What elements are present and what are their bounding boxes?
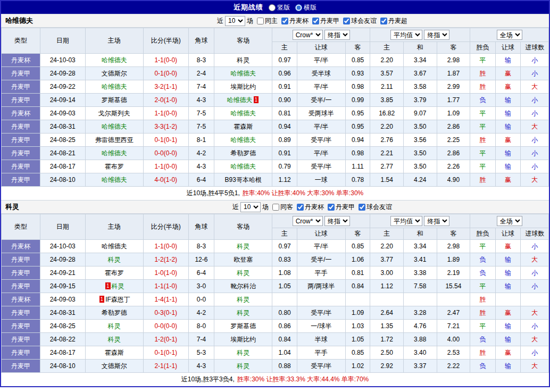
team-name-link[interactable]: 哈维德夫 xyxy=(230,110,256,117)
team-name-link[interactable]: 哈维德夫 xyxy=(230,70,256,77)
league-checkbox[interactable] xyxy=(297,204,304,211)
odds-cell: 4.24 xyxy=(403,173,437,187)
odds-cell: 1.05 xyxy=(345,333,370,346)
final-odds-select[interactable]: 终指 xyxy=(324,30,350,40)
team-name-link[interactable]: 哈维德夫 xyxy=(102,243,127,250)
team-name-link[interactable]: 科灵 xyxy=(108,256,121,263)
odds-cell: 两/两球半 xyxy=(297,280,345,293)
team-name-link[interactable]: 哈维德夫 xyxy=(102,123,127,130)
final-odds-select[interactable]: 终指 xyxy=(424,30,449,40)
score-cell: 1-4(1-1) xyxy=(143,293,188,306)
league-filter-danish-super[interactable]: 丹麦超 xyxy=(380,16,407,26)
team-name-link[interactable]: 埃斯比约 xyxy=(230,83,256,90)
same-venue-checkbox[interactable] xyxy=(257,18,264,24)
team-name-link[interactable]: 埃斯比约 xyxy=(230,336,256,343)
match-date-cell: 24-08-31 xyxy=(40,306,85,320)
match-count-select[interactable]: 10 xyxy=(225,16,245,26)
league-checkbox[interactable] xyxy=(359,204,365,211)
league-filter-danish-cup[interactable]: 丹麦杯 xyxy=(281,16,309,26)
team-name-link[interactable]: 哈维德夫 xyxy=(102,149,127,157)
fulltime-select[interactable]: 全场 xyxy=(497,216,522,226)
league-checkbox[interactable] xyxy=(328,204,335,211)
final-odds-select[interactable]: 终指 xyxy=(324,216,350,226)
layout-horizontal-radio[interactable] xyxy=(295,4,302,11)
team-name-link[interactable]: 欧登塞 xyxy=(234,256,253,263)
match-row: 丹麦甲24-08-10哈维德夫4-0(1-0)6-4B93哥本哈根1.12一球0… xyxy=(2,173,549,187)
team-name-link[interactable]: 戈尔斯列夫 xyxy=(98,110,130,117)
odds-cell: 受半/一 xyxy=(297,94,345,107)
odds-cell: 1.35 xyxy=(370,320,404,333)
team-name-link[interactable]: 霍布罗 xyxy=(105,163,124,170)
team-name-link[interactable]: 希勒罗德 xyxy=(230,149,256,157)
away-team-cell: 哈维德夫 xyxy=(214,107,272,120)
team-name-link[interactable]: 科灵 xyxy=(237,243,249,250)
result-cell: 输 xyxy=(495,94,521,107)
bookmaker-select[interactable]: Crow* xyxy=(293,30,323,40)
team-name-link[interactable]: 霍森斯 xyxy=(234,123,253,130)
league-filter-danish-1st[interactable]: 丹麦甲 xyxy=(312,16,339,26)
team-name-link[interactable]: 科灵 xyxy=(237,349,249,356)
team-name-link[interactable]: 罗斯基德 xyxy=(230,322,256,330)
team-name-link[interactable]: 哈维德夫 xyxy=(102,83,127,90)
team-name-link[interactable]: 罗斯基德 xyxy=(102,96,127,104)
odds-cell: 2.98 xyxy=(437,54,470,67)
bookmaker-select[interactable]: Crow* xyxy=(293,216,323,226)
team-name-link[interactable]: 哈维德夫 xyxy=(102,56,127,64)
league-checkbox[interactable] xyxy=(380,18,387,24)
team-name-link[interactable]: 科灵 xyxy=(108,336,121,343)
match-date-cell: 24-09-28 xyxy=(40,67,85,80)
same-venue-checkbox[interactable] xyxy=(272,204,279,211)
team-name-link[interactable]: 靴尔科治 xyxy=(230,282,256,290)
final-odds-select[interactable]: 终指 xyxy=(424,216,449,226)
team-name-link[interactable]: 哈维德夫 xyxy=(230,163,256,170)
league-filter-danish-1st[interactable]: 丹麦甲 xyxy=(328,203,355,212)
fulltime-select[interactable]: 全场 xyxy=(497,30,522,40)
odds-cell: 2.77 xyxy=(370,160,404,173)
layout-vertical-option[interactable]: 竖版 xyxy=(269,3,290,12)
team-name-link[interactable]: 霍森斯 xyxy=(105,349,124,356)
league-type-cell: 丹麦甲 xyxy=(2,280,40,293)
team-name-link[interactable]: 文德斯尔 xyxy=(102,362,127,370)
league-checkbox[interactable] xyxy=(281,18,288,24)
league-filter-club-friendly[interactable]: 球会友谊 xyxy=(359,203,392,212)
same-venue-filter[interactable]: 同客 xyxy=(272,203,293,212)
match-date-cell: 24-08-31 xyxy=(40,120,85,134)
result-cell: 输 xyxy=(495,147,521,160)
match-row: 丹麦甲24-09-22哈维德夫3-2(1-1)7-4埃斯比约0.91平/半0.9… xyxy=(2,80,549,94)
team-name-link[interactable]: 科灵 xyxy=(108,322,121,330)
team-name-link[interactable]: 哈维德夫 xyxy=(102,176,127,184)
league-type-cell: 丹麦杯 xyxy=(2,107,40,120)
match-date-cell: 24-09-14 xyxy=(40,94,85,107)
odds-cell: 3.50 xyxy=(403,147,437,160)
team-name-link[interactable]: 科灵 xyxy=(237,362,249,370)
layout-vertical-radio[interactable] xyxy=(269,4,276,11)
league-checkbox[interactable] xyxy=(312,18,319,24)
same-venue-filter[interactable]: 同主 xyxy=(257,16,278,26)
team-name-link[interactable]: 科灵 xyxy=(237,296,249,303)
layout-horizontal-option[interactable]: 横版 xyxy=(295,3,316,12)
corner-cell: 8-1 xyxy=(188,134,214,147)
team-name-link[interactable]: B93哥本哈根 xyxy=(225,176,262,184)
team-name-link[interactable]: IF森恩丁 xyxy=(105,296,130,303)
league-filter-danish-cup[interactable]: 丹麦杯 xyxy=(297,203,324,212)
average-odds-select[interactable]: 平均值 xyxy=(390,30,422,40)
team-name-link[interactable]: 科灵 xyxy=(112,282,124,290)
average-odds-select[interactable]: 平均值 xyxy=(390,216,422,226)
away-team-cell: 罗斯基德 xyxy=(214,320,272,333)
team-name-link[interactable]: 霍布罗 xyxy=(105,269,124,277)
fulltime-header: 全场 xyxy=(470,214,549,228)
league-filter-club-friendly[interactable]: 球会友谊 xyxy=(343,16,377,26)
team-name-link[interactable]: 科灵 xyxy=(237,269,249,277)
match-date-cell: 24-08-17 xyxy=(40,160,85,173)
team-name-link[interactable]: 希勒罗德 xyxy=(102,309,127,316)
team-name-link[interactable]: 科灵 xyxy=(237,309,249,316)
red-card-badge: 1 xyxy=(105,282,111,289)
team-name-link[interactable]: 文德斯尔 xyxy=(102,70,127,77)
fulltime-header: 全场 xyxy=(470,28,549,42)
team-name-link[interactable]: 弗雷德里西亚 xyxy=(95,136,134,144)
league-checkbox[interactable] xyxy=(343,18,350,24)
match-count-select[interactable]: 10 xyxy=(240,202,261,212)
team-name-link[interactable]: 哈维德夫 xyxy=(230,136,256,144)
team-name-link[interactable]: 哈维德夫 xyxy=(227,96,253,104)
team-name-link[interactable]: 科灵 xyxy=(237,56,249,64)
